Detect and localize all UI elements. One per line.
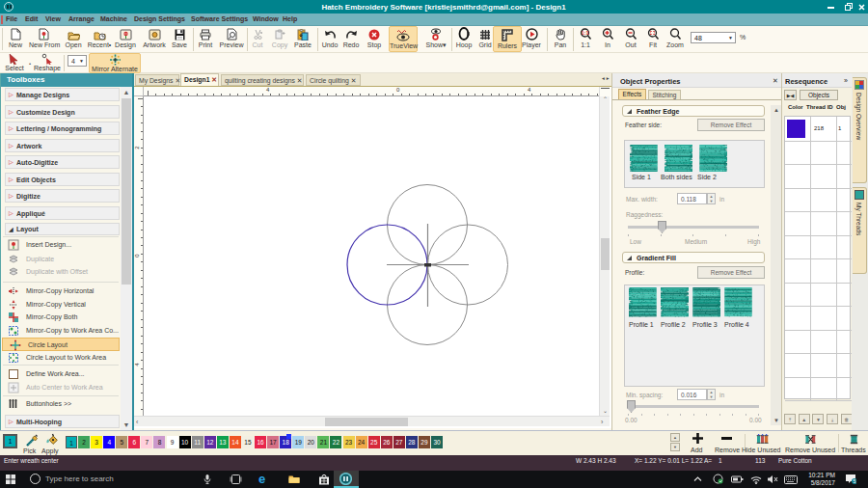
svg-text:1:1: 1:1 [581,30,588,36]
svg-text:5: 5 [854,478,856,484]
